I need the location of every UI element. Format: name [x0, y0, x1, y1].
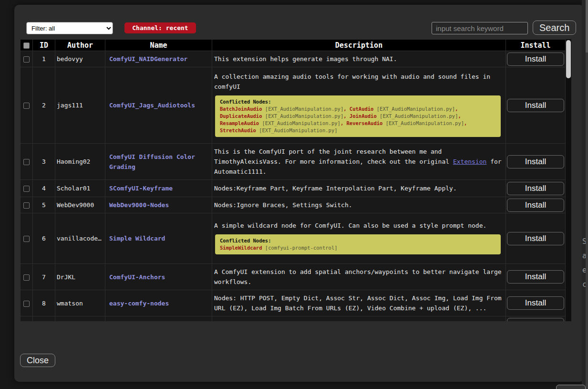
search-button[interactable]: Search: [533, 21, 576, 35]
row-name-cell: ComfyUI_NAIDGenerator: [105, 51, 212, 67]
row-install-cell: Install: [506, 67, 566, 144]
row-name-cell: ComfyUI_Mexx_Styler: [105, 316, 212, 322]
custom-nodes-table: ID Author Name Description Install 1bedo…: [20, 39, 566, 321]
extension-name-link[interactable]: ComfyUI Diffusion Color Grading: [109, 153, 195, 170]
row-id: 9: [33, 316, 55, 322]
row-install-cell: Install: [506, 264, 566, 290]
row-name-cell: ComfyUI_Jags_Audiotools: [105, 67, 212, 144]
row-name-cell: easy-comfy-nodes: [105, 290, 212, 316]
row-author: bedovyy: [55, 51, 105, 67]
row-name-cell: SComfyUI-Keyframe: [105, 180, 212, 197]
row-checkbox[interactable]: [23, 56, 30, 63]
install-button[interactable]: Install: [507, 53, 564, 66]
row-description: A collection amazing audio tools for wor…: [212, 67, 506, 144]
row-description: Nodes:Ignore Braces, Settings Switch.: [212, 197, 506, 213]
row-install-cell: Install: [506, 316, 566, 322]
row-select-cell: [21, 180, 33, 197]
col-header-description: Description: [212, 40, 506, 51]
table-row: 3Haoming02ComfyUI Diffusion Color Gradin…: [21, 144, 566, 180]
conflict-node-name: DuplicateAudio: [220, 113, 262, 119]
conflict-node-source: [EXT_AudioManipulation.py]: [373, 106, 455, 112]
row-description: Nodes:Keyframe Part, Keyframe Interpolat…: [212, 180, 506, 197]
row-id: 2: [33, 67, 55, 144]
cut-off-button[interactable]: [556, 385, 586, 389]
row-id: 5: [33, 197, 55, 213]
install-button[interactable]: Install: [507, 155, 564, 168]
row-name-cell: Simple Wildcard: [105, 213, 212, 264]
install-button[interactable]: Install: [507, 296, 564, 310]
row-install-cell: Install: [506, 144, 566, 180]
conflict-node-source: [EXT_AudioManipulation.py]: [377, 113, 458, 119]
close-button[interactable]: Close: [20, 354, 55, 367]
row-author: Haoming02: [55, 144, 105, 180]
custom-nodes-table-container: ID Author Name Description Install 1bedo…: [20, 39, 571, 321]
row-select-cell: [21, 290, 33, 316]
conflict-warning: Conflicted Nodes:SimpleWildcard [comfyui…: [215, 234, 501, 254]
install-button[interactable]: Install: [507, 199, 564, 212]
conflict-title: Conflicted Nodes:: [220, 98, 496, 105]
row-author: DrJKL: [55, 264, 105, 290]
install-button[interactable]: Install: [507, 99, 564, 112]
conflict-node-name: StretchAudio: [220, 127, 256, 133]
table-scrollbar[interactable]: [566, 39, 571, 321]
table-row: 5WebDev9000WebDev9000-NodesNodes:Ignore …: [21, 197, 566, 213]
row-author: wmatson: [55, 290, 105, 316]
install-button[interactable]: Install: [507, 270, 564, 284]
description-link[interactable]: Extension: [453, 158, 486, 165]
row-id: 8: [33, 290, 55, 316]
select-all-checkbox[interactable]: [23, 42, 30, 49]
conflict-list: BatchJoinAudio [EXT_AudioManipulation.py…: [220, 105, 496, 134]
install-button[interactable]: Install: [507, 318, 564, 322]
select-all-header: [21, 40, 33, 51]
conflict-node-source: [EXT_AudioManipulation.py]: [262, 106, 344, 112]
extension-name-link[interactable]: ComfyUI_NAIDGenerator: [109, 55, 187, 63]
extension-name-link[interactable]: easy-comfy-nodes: [109, 300, 169, 307]
row-select-cell: [21, 264, 33, 290]
filter-select[interactable]: Filter: all: [26, 22, 113, 34]
description-text: This is the ComfyUI port of the joint re…: [214, 147, 502, 177]
page-scrollbar-thumb[interactable]: [586, 0, 588, 53]
row-author: jags111: [55, 67, 105, 144]
conflict-node-name: BatchJoinAudio: [220, 106, 262, 112]
extension-name-link[interactable]: SComfyUI-Keyframe: [109, 185, 173, 192]
row-name-cell: ComfyUI-Anchors: [105, 264, 212, 290]
row-install-cell: Install: [506, 213, 566, 264]
row-checkbox[interactable]: [23, 202, 30, 209]
row-install-cell: Install: [506, 51, 566, 67]
conflict-node-name: JoinAudio: [350, 113, 377, 119]
row-id: 4: [33, 180, 55, 197]
install-button[interactable]: Install: [507, 182, 564, 195]
row-checkbox[interactable]: [23, 186, 30, 192]
extension-name-link[interactable]: ComfyUI_Jags_Audiotools: [109, 102, 195, 109]
description-text: A collection amazing audio tools for wor…: [214, 72, 502, 92]
row-checkbox[interactable]: [23, 159, 30, 165]
description-text: This extension helps generate images thr…: [214, 54, 502, 64]
row-description: A simple wildcard node for ComfyUI. Can …: [212, 213, 506, 264]
row-select-cell: [21, 316, 33, 322]
conflict-node-source: [EXT_AudioManipulation.py]: [259, 120, 340, 126]
table-header-row: ID Author Name Description Install: [21, 40, 566, 51]
row-id: 1: [33, 51, 55, 67]
install-button[interactable]: Install: [507, 232, 564, 245]
description-text: Nodes: HTTP POST, Empty Dict, Assoc Str,…: [214, 293, 502, 313]
row-checkbox[interactable]: [23, 301, 30, 307]
extension-name-link[interactable]: ComfyUI-Anchors: [109, 273, 165, 281]
row-checkbox[interactable]: [23, 236, 30, 242]
row-install-cell: Install: [506, 290, 566, 316]
row-description: Nodes: HTTP POST, Empty Dict, Assoc Str,…: [212, 290, 506, 316]
search-input[interactable]: [432, 22, 528, 34]
extension-name-link[interactable]: WebDev9000-Nodes: [109, 201, 169, 209]
extension-name-link[interactable]: Simple Wildcard: [109, 235, 165, 242]
page-scrollbar[interactable]: [586, 0, 588, 389]
row-description: This extension helps generate images thr…: [212, 51, 506, 67]
col-header-author: Author: [55, 40, 105, 51]
row-select-cell: [21, 213, 33, 264]
row-checkbox[interactable]: [23, 274, 30, 281]
conflict-node-name: ResampleAudio: [220, 120, 259, 126]
row-author: Scholar01: [55, 180, 105, 197]
row-checkbox[interactable]: [23, 103, 30, 109]
table-scrollbar-thumb[interactable]: [566, 40, 571, 78]
row-select-cell: [21, 51, 33, 67]
description-text: Nodes:Ignore Braces, Settings Switch.: [214, 200, 502, 210]
extension-name-link[interactable]: ComfyUI_Mexx_Styler: [109, 321, 180, 321]
